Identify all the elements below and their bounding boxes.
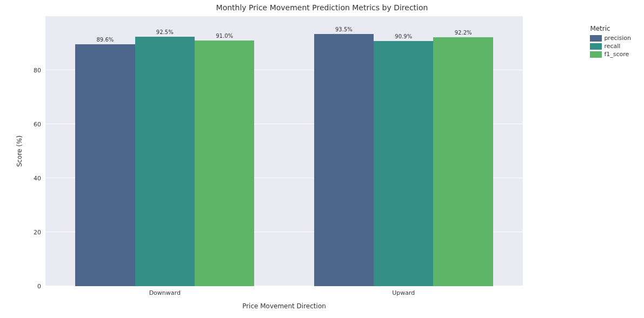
legend-item-f1: f1_score	[590, 51, 631, 58]
bar-label: 91.0%	[216, 33, 233, 40]
bar-f1-downward: 91.0%	[195, 40, 254, 286]
x-tick: Upward	[392, 286, 415, 296]
legend-item-precision: precision	[590, 35, 631, 42]
x-tick: Downward	[149, 286, 181, 296]
bar-precision-upward: 93.5%	[314, 34, 374, 287]
y-axis-label: Score (%)	[16, 136, 23, 167]
bar-f1-upward: 92.2%	[433, 37, 493, 286]
legend-label: precision	[604, 35, 631, 42]
legend-title: Metric	[590, 25, 631, 32]
y-tick: 60	[24, 121, 45, 128]
chart-title: Monthly Price Movement Prediction Metric…	[13, 3, 631, 12]
y-tick: 0	[24, 283, 45, 290]
y-tick: 20	[24, 229, 45, 236]
legend-swatch-icon	[590, 51, 602, 58]
legend-item-recall: recall	[590, 43, 631, 50]
bar-label: 92.5%	[156, 29, 174, 37]
plot-area: Score (%) 0 20 40 60 80 Downward Upward …	[45, 16, 523, 286]
bar-label: 89.6%	[96, 37, 114, 44]
legend-swatch-icon	[590, 43, 602, 50]
legend-label: recall	[604, 43, 620, 50]
legend-label: f1_score	[604, 51, 629, 58]
bar-label: 90.9%	[395, 33, 412, 41]
legend-swatch-icon	[590, 35, 602, 42]
bar-recall-upward: 90.9%	[374, 41, 433, 287]
bar-precision-downward: 89.6%	[75, 44, 135, 286]
bar-label: 92.2%	[455, 30, 472, 37]
y-tick: 80	[24, 67, 45, 74]
bar-label: 93.5%	[335, 26, 353, 34]
x-axis-label: Price Movement Direction	[45, 302, 523, 310]
bar-recall-downward: 92.5%	[135, 37, 195, 287]
legend: Metric precision recall f1_score	[590, 25, 631, 59]
y-tick: 40	[24, 175, 45, 182]
